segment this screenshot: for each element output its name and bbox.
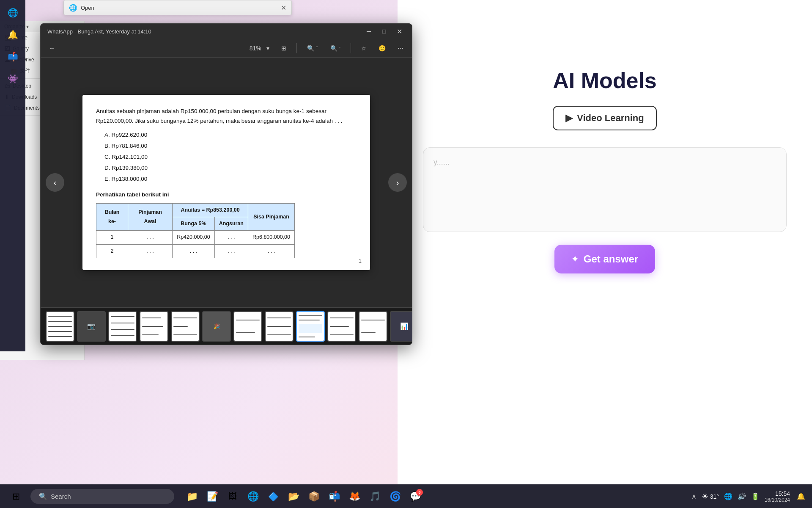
close-button[interactable]: ✕ <box>393 25 405 37</box>
option-a: A. Rp922.620,00 <box>104 130 357 140</box>
taskbar-right: ∧ ☀ 31° 🌐 🔊 🔋 15:54 16/10/2024 🔔 <box>691 490 805 503</box>
back-arrow-icon: ← <box>49 45 55 52</box>
network-icon[interactable]: 🌐 <box>724 492 732 500</box>
zoom-in-icon: 🔍 <box>307 45 314 52</box>
taskbar-app-chrome[interactable]: 🌐 <box>244 487 262 506</box>
clock-area[interactable]: 15:54 16/10/2024 <box>765 490 790 503</box>
thumb-5[interactable] <box>171 311 200 342</box>
battery-icon[interactable]: 🔋 <box>751 492 760 500</box>
sidebar-icon-bell[interactable]: 🔔 <box>3 25 22 44</box>
answer-placeholder: y...... <box>433 158 450 166</box>
sidebar-icon-monster[interactable]: 👾 <box>3 69 22 88</box>
start-button[interactable]: ⊞ <box>7 487 25 506</box>
video-learning-button[interactable]: ▶ Video Learning <box>553 106 657 130</box>
taskbar-app-whatsapp[interactable]: 💬 8 <box>406 487 425 506</box>
more-icon: ⋯ <box>398 45 403 52</box>
window-title-text: WhatsApp - Bunga Akt, Yesterday at 14:10 <box>47 28 151 35</box>
search-icon: 🔍 <box>39 492 47 500</box>
taskbar-apps: 📁 📝 🖼 🌐 🔷 📂 📦 📬 🦊 🎵 🌀 💬 8 <box>183 487 425 506</box>
volume-icon[interactable]: 🔊 <box>738 492 746 500</box>
option-d: D. Rp139.380,00 <box>104 163 357 173</box>
cell-row1-bunga: Rp420.000,00 <box>173 231 215 244</box>
taskbar-search[interactable]: 🔍 Search <box>30 489 174 504</box>
zoom-level-text: 81% <box>250 45 261 52</box>
taskbar-app-firefox[interactable]: 🦊 <box>345 487 364 506</box>
taskbar-app-file-explorer[interactable]: 📁 <box>183 487 201 506</box>
thumb-11[interactable] <box>359 311 387 342</box>
chevron-down-icon: ▾ <box>266 45 269 52</box>
zoom-out-icon: 🔍 <box>330 45 337 52</box>
sidebar-icon-mail[interactable]: 📫 <box>3 47 22 66</box>
cell-row1-sisa: Rp6.800.000,00 <box>248 231 295 244</box>
maximize-button[interactable]: □ <box>378 25 390 37</box>
taskbar-app-amazon[interactable]: 📦 <box>304 487 323 506</box>
next-page-button[interactable]: › <box>388 173 407 192</box>
prev-page-button[interactable]: ‹ <box>46 173 64 192</box>
open-dialog-close-button[interactable]: ✕ <box>281 4 286 12</box>
zoom-in-button[interactable]: 🔍 + <box>304 43 322 53</box>
window-controls: ─ □ ✕ <box>363 25 405 37</box>
table-row-2: 2 . . . . . . . . . . . . <box>96 244 295 258</box>
options-list: A. Rp922.620,00 B. Rp781.846,00 C. Rp142… <box>104 130 357 184</box>
get-answer-label: Get answer <box>584 253 638 265</box>
zoom-dropdown-button[interactable]: ▾ <box>263 43 273 53</box>
taskbar-app-notepad[interactable]: 📝 <box>203 487 222 506</box>
play-circle-icon: ▶ <box>565 113 573 124</box>
table-header-row1: Bulan ke- Pinjaman Awal Anuitas = Rp853.… <box>96 203 295 217</box>
thumb-12[interactable]: 📊 <box>390 311 412 342</box>
taskbar-app-photos[interactable]: 🖼 <box>223 487 242 506</box>
thumb-9-active[interactable] <box>296 311 325 342</box>
thumb-1[interactable] <box>46 311 74 342</box>
temp-text: 31° <box>710 493 719 500</box>
taskbar-app-folder[interactable]: 📂 <box>284 487 303 506</box>
thumb-6[interactable]: 🎉 <box>202 311 231 342</box>
emoji-icon: 🙂 <box>379 45 386 52</box>
sidebar-icon-globe[interactable]: 🌐 <box>3 3 22 22</box>
col-bulan: Bulan ke- <box>96 203 128 231</box>
taskbar-app-spotify[interactable]: 🎵 <box>365 487 384 506</box>
col-bunga: Bunga 5% <box>173 217 215 231</box>
bookmark-button[interactable]: ☆ <box>358 43 370 53</box>
thumbnail-strip[interactable]: 📷 🎉 <box>41 307 412 345</box>
zoom-out-button[interactable]: 🔍 - <box>327 43 344 53</box>
taskbar: ⊞ 🔍 Search 📁 📝 🖼 🌐 🔷 📂 📦 📬 🦊 🎵 🌀 💬 8 ∧ ☀… <box>0 484 812 508</box>
chrome-icon-small: 🌐 <box>69 4 77 12</box>
cell-row1-bulan: 1 <box>96 231 128 244</box>
open-dialog-title: 🌐 Open <box>69 4 94 12</box>
get-answer-button[interactable]: ✦ Get answer <box>554 245 655 273</box>
taskbar-app-dropbox[interactable]: 📬 <box>325 487 343 506</box>
thumb-7[interactable] <box>233 311 262 342</box>
thumb-10[interactable] <box>327 311 356 342</box>
thumb-4[interactable] <box>140 311 168 342</box>
more-button[interactable]: ⋯ <box>394 43 407 53</box>
loan-table: Bulan ke- Pinjaman Awal Anuitas = Rp853.… <box>96 203 295 258</box>
cell-row2-sisa: . . . <box>248 244 295 258</box>
zoom-out-minus: - <box>339 44 340 49</box>
question-text: Anuitas sebuah pinjaman adalah Rp150.000… <box>96 107 357 126</box>
taskbar-app-edge[interactable]: 🔷 <box>264 487 283 506</box>
clock-date: 16/10/2024 <box>765 497 790 503</box>
option-b: B. Rp781.846,00 <box>104 141 357 151</box>
fit-page-button[interactable]: ⊞ <box>278 43 290 53</box>
emoji-button[interactable]: 🙂 <box>375 43 389 53</box>
taskbar-app-chrome2[interactable]: 🌀 <box>386 487 404 506</box>
sparkle-icon: ✦ <box>571 254 579 264</box>
sidebar-taskbar: 🌐 🔔 📫 👾 <box>0 0 25 351</box>
fit-page-icon: ⊞ <box>281 45 286 52</box>
col-anuitas: Anuitas = Rp853.200,00 <box>173 203 248 217</box>
thumb-2[interactable]: 📷 <box>77 311 106 342</box>
cell-row2-pinjaman: . . . <box>128 244 172 258</box>
open-dialog: 🌐 Open ✕ <box>63 0 292 15</box>
video-learning-label: Video Learning <box>577 113 644 124</box>
toolbar-divider-2 <box>351 43 351 53</box>
viewer-main-area: ‹ Anuitas sebuah pinjaman adalah Rp150.0… <box>41 58 412 307</box>
thumb-3[interactable] <box>108 311 137 342</box>
back-button[interactable]: ← <box>46 43 58 53</box>
minimize-button[interactable]: ─ <box>363 25 375 37</box>
tray-hidden-icon[interactable]: ∧ <box>691 492 697 500</box>
chevron-right-icon: › <box>396 178 399 188</box>
notification-bell-icon[interactable]: 🔔 <box>797 492 805 500</box>
cell-row2-bunga: . . . <box>173 244 215 258</box>
answer-box: y...... <box>423 147 787 232</box>
thumb-8[interactable] <box>265 311 294 342</box>
